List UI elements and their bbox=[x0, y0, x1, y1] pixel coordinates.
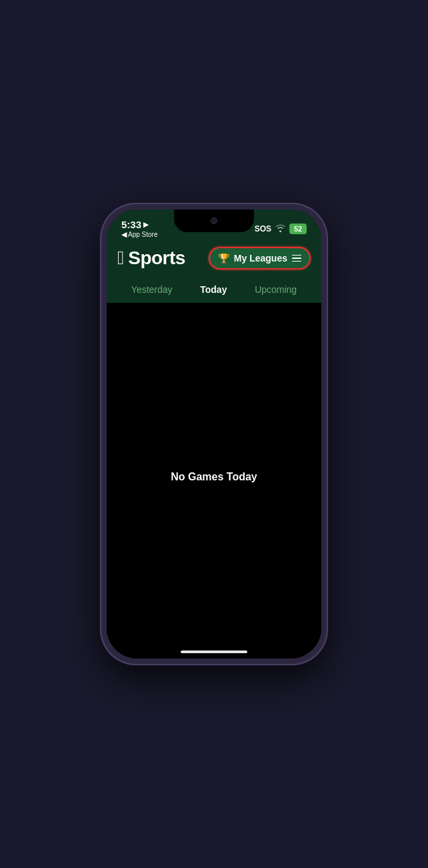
app-title-group:  Sports bbox=[117, 248, 185, 269]
app-title-text: Sports bbox=[128, 248, 185, 269]
phone-device: 5:33 ▶ ◀ App Store SOS bbox=[100, 203, 328, 665]
front-camera bbox=[211, 218, 217, 224]
apple-logo-icon:  bbox=[117, 249, 124, 268]
back-navigation[interactable]: ◀ App Store bbox=[121, 230, 157, 239]
time-display: 5:33 bbox=[121, 219, 141, 230]
tab-bar: Yesterday Today Upcoming bbox=[117, 276, 311, 303]
menu-icon bbox=[292, 255, 301, 262]
header-top:  Sports 🏆 My Leagues bbox=[117, 247, 311, 276]
screen-content: 5:33 ▶ ◀ App Store SOS bbox=[107, 209, 321, 659]
menu-line-3 bbox=[292, 261, 301, 262]
battery-indicator: 52 bbox=[289, 224, 307, 234]
tab-upcoming[interactable]: Upcoming bbox=[249, 283, 302, 296]
battery-level: 52 bbox=[294, 225, 302, 233]
phone-screen: 5:33 ▶ ◀ App Store SOS bbox=[107, 209, 321, 659]
menu-line-2 bbox=[292, 258, 301, 259]
notch bbox=[174, 209, 254, 232]
tab-yesterday[interactable]: Yesterday bbox=[126, 283, 178, 296]
status-right: SOS 52 bbox=[255, 224, 307, 234]
location-icon: ▶ bbox=[143, 221, 149, 228]
my-leagues-button[interactable]: 🏆 My Leagues bbox=[209, 247, 311, 270]
sos-indicator: SOS bbox=[255, 224, 271, 234]
menu-line-1 bbox=[292, 255, 301, 256]
status-left: 5:33 ▶ ◀ App Store bbox=[121, 219, 157, 239]
trophy-icon: 🏆 bbox=[218, 253, 229, 264]
tab-today[interactable]: Today bbox=[195, 283, 232, 296]
status-time: 5:33 ▶ bbox=[121, 219, 149, 230]
main-content: No Games Today bbox=[107, 303, 321, 650]
empty-state-message: No Games Today bbox=[171, 471, 257, 483]
app-header:  Sports 🏆 My Leagues bbox=[107, 242, 321, 303]
back-arrow: ◀ bbox=[121, 230, 127, 239]
home-indicator[interactable] bbox=[181, 650, 247, 653]
my-leagues-label: My Leagues bbox=[234, 253, 287, 264]
back-label: App Store bbox=[128, 231, 157, 238]
wifi-icon bbox=[275, 224, 285, 234]
